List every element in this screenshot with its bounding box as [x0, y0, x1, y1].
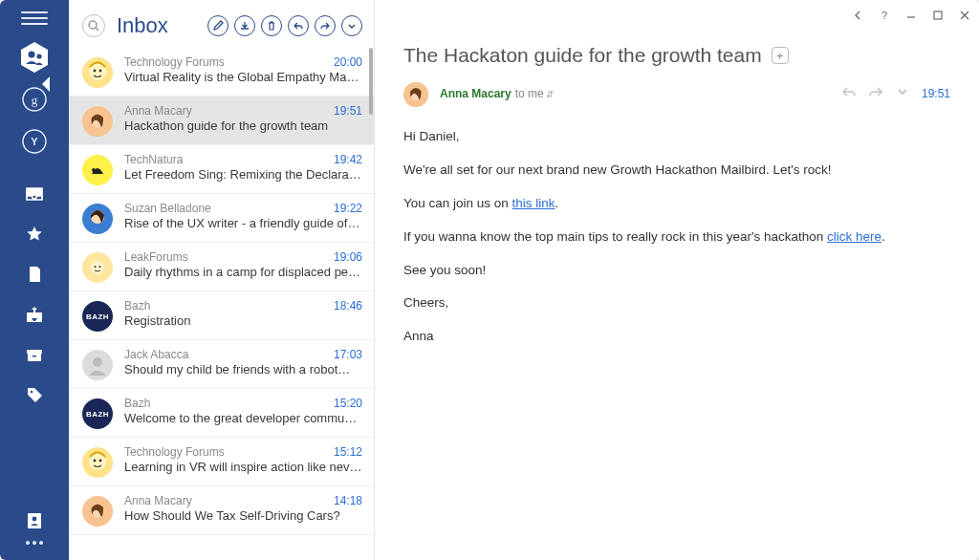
svg-rect-8: [27, 350, 42, 354]
message-row[interactable]: BAZHBazh15:20Welcome to the great develo…: [69, 389, 374, 438]
svg-point-18: [94, 70, 97, 73]
window-titlebar: ?: [375, 0, 979, 31]
message-time: 19:51: [334, 104, 362, 118]
folder-title: Inbox: [117, 13, 207, 38]
body-p4: See you soon!: [403, 262, 950, 280]
nav-archive[interactable]: [24, 344, 45, 365]
nav-starred[interactable]: [24, 224, 45, 245]
body-greeting: Hi Daniel,: [403, 128, 950, 146]
forward-button[interactable]: [315, 15, 336, 36]
message-time: 14:18: [334, 494, 362, 507]
svg-point-2: [36, 54, 41, 58]
body-p1: We're all set for our next brand new Gro…: [403, 162, 950, 180]
more-menu[interactable]: [26, 541, 43, 545]
message-time: 18:46: [334, 299, 362, 312]
scrollbar-thumb[interactable]: [369, 48, 373, 115]
reading-pane: ? The Hackaton guide for the growth team…: [375, 0, 979, 560]
mail-more-icon[interactable]: [895, 85, 910, 102]
mail-forward-icon[interactable]: [868, 85, 883, 102]
message-time: 17:03: [334, 348, 362, 361]
message-sender: Jack Abacca: [124, 348, 328, 361]
close-icon[interactable]: [958, 9, 971, 22]
message-sender: Anna Macary: [124, 494, 328, 507]
download-button[interactable]: [234, 15, 255, 36]
message-sender: TechNatura: [124, 153, 328, 166]
tips-link[interactable]: click here: [827, 229, 881, 244]
svg-text:?: ?: [881, 10, 887, 21]
message-row[interactable]: BAZHBazh18:46Registration: [69, 291, 374, 340]
message-time: 19:22: [334, 202, 362, 215]
account-google[interactable]: g: [20, 83, 49, 116]
svg-point-14: [89, 21, 97, 29]
account-yahoo[interactable]: Y: [20, 125, 49, 158]
message-time: 20:00: [334, 55, 362, 69]
message-row[interactable]: Suzan Belladone19:22Rise of the UX write…: [69, 194, 374, 243]
reply-button[interactable]: [288, 15, 309, 36]
message-sender: Bazh: [124, 397, 328, 410]
mail-time: 19:51: [922, 87, 950, 100]
body-p2: You can join us on this link.: [403, 195, 950, 213]
account-contacts[interactable]: [20, 41, 49, 74]
mail-reply-icon[interactable]: [841, 85, 857, 102]
header-actions: [207, 15, 362, 36]
mail-to: to me: [515, 87, 544, 100]
message-subject: Welcome to the great developer commu…: [124, 411, 362, 425]
svg-point-25: [91, 261, 104, 274]
message-subject: Learning in VR will inspire action like …: [124, 460, 362, 474]
message-time: 19:42: [334, 153, 362, 166]
svg-rect-7: [27, 188, 42, 196]
minimize-icon[interactable]: [904, 9, 918, 22]
mail-from[interactable]: Anna Macary: [440, 87, 511, 100]
body-p6: Anna: [403, 328, 950, 346]
message-row[interactable]: Anna Macary14:18How Should We Tax Self-D…: [69, 486, 374, 535]
hamburger-menu[interactable]: [21, 8, 48, 29]
svg-point-11: [31, 391, 33, 394]
message-subject: Registration: [124, 313, 362, 328]
message-sender: Suzan Belladone: [124, 202, 328, 215]
mail-header: The Hackaton guide for the growth team +: [375, 31, 979, 75]
dropdown-button[interactable]: [341, 15, 362, 36]
message-row[interactable]: TechNatura19:42Let Freedom Sing: Remixin…: [69, 145, 374, 194]
body-p3: If you wanna know the top main tips to r…: [403, 228, 950, 247]
nav-outbox[interactable]: [24, 304, 45, 325]
svg-line-15: [96, 28, 98, 31]
nav-drafts[interactable]: [24, 264, 45, 285]
message-row[interactable]: Technology Forums20:00Virtual Reality is…: [69, 48, 374, 97]
message-row[interactable]: Technology Forums15:12Learning in VR wil…: [69, 438, 374, 486]
body-p5: Cheers,: [403, 294, 950, 312]
message-subject: Let Freedom Sing: Remixing the Declarati…: [124, 167, 362, 182]
add-tag-button[interactable]: +: [772, 47, 789, 64]
messages-scroll[interactable]: Technology Forums20:00Virtual Reality is…: [69, 48, 374, 560]
message-subject: Rise of the UX writer - a friendly guide…: [124, 216, 362, 230]
svg-marker-0: [21, 42, 48, 73]
svg-rect-10: [33, 355, 36, 357]
maximize-icon[interactable]: [931, 9, 945, 22]
search-icon[interactable]: [82, 14, 105, 37]
back-icon[interactable]: [851, 9, 864, 22]
message-list-pane: Inbox Technology Forums20:00Virtual Real…: [69, 0, 375, 560]
mail-body: Hi Daniel, We're all set for our next br…: [375, 111, 979, 378]
join-link[interactable]: this link: [512, 196, 555, 210]
svg-point-32: [94, 460, 97, 463]
nav-inbox[interactable]: [24, 183, 45, 205]
help-icon[interactable]: ?: [878, 9, 891, 22]
message-row[interactable]: Anna Macary19:51Hackathon guide for the …: [69, 97, 374, 145]
delete-button[interactable]: [261, 15, 282, 36]
message-sender: Bazh: [124, 299, 328, 312]
svg-text:g: g: [32, 93, 38, 107]
nav-tags[interactable]: [24, 384, 45, 405]
svg-point-33: [99, 460, 102, 463]
message-sender: LeakForums: [124, 250, 328, 264]
mail-meta-row: Anna Macary to me ⇵ 19:51: [375, 75, 979, 111]
sender-avatar[interactable]: [403, 82, 428, 107]
message-time: 15:20: [334, 397, 362, 410]
message-row[interactable]: LeakForums19:06Daily rhythms in a camp f…: [69, 243, 374, 291]
svg-point-29: [93, 357, 102, 367]
recipients-toggle-icon[interactable]: ⇵: [546, 89, 554, 99]
message-subject: Hackathon guide for the growth team: [124, 118, 362, 133]
message-row[interactable]: Jack Abacca17:03Should my child be frien…: [69, 340, 374, 389]
message-time: 15:12: [334, 445, 362, 459]
nav-address-book[interactable]: [24, 510, 45, 531]
svg-point-27: [99, 266, 101, 268]
compose-button[interactable]: [207, 15, 228, 36]
